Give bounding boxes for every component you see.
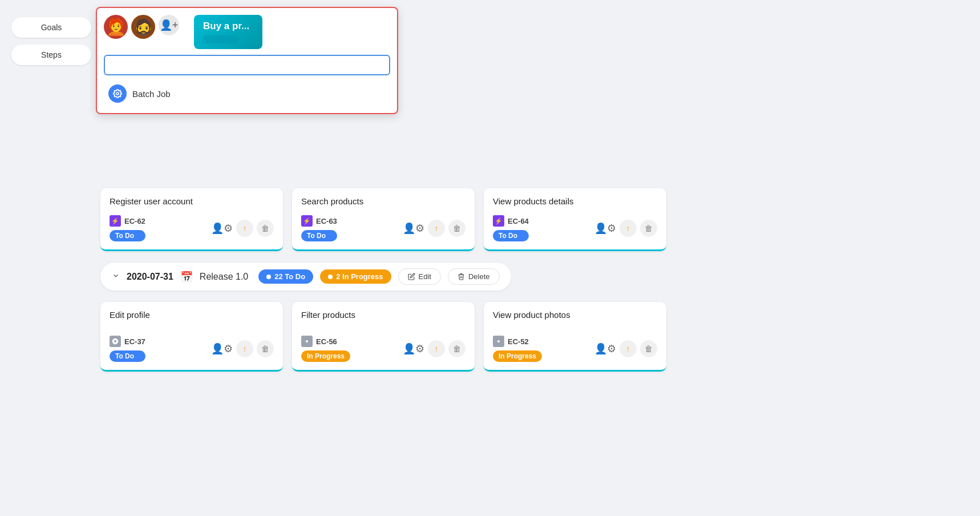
assign-icon-ec62: 👤⚙ (211, 222, 233, 235)
goals-button[interactable]: Goals (11, 17, 91, 38)
status-badge-ec56: In Progress (301, 350, 350, 362)
purple-issue-icon: ⚡ (110, 215, 121, 227)
story-card-ec52: View product photos EC-52 (484, 302, 666, 372)
todo-dot (266, 275, 271, 279)
priority-up-button-ec62[interactable]: ↑ (236, 220, 253, 237)
inprogress-badge: 2 In Progress (320, 269, 391, 284)
status-badge-ec52: In Progress (493, 350, 542, 362)
inprogress-dot (328, 275, 333, 279)
story-card-ec37: Edit profile EC-37 (100, 302, 283, 372)
card-title-ec64: View products details (493, 196, 657, 206)
status-badge-ec63: To Do (301, 230, 337, 241)
card-title-ec52: View product photos (493, 310, 657, 320)
assign-icon-ec52: 👤⚙ (594, 342, 616, 355)
steps-button[interactable]: Steps (11, 45, 91, 65)
card-title-ec62: Register user account (110, 196, 274, 206)
blue-card-preview: Buy a pr... (194, 15, 262, 49)
bottom-cards-row: Edit profile EC-37 (100, 302, 969, 372)
release-name: Release 1.0 (200, 272, 248, 282)
assign-icon-ec56: 👤⚙ (403, 342, 424, 355)
card-title-ec37: Edit profile (110, 310, 274, 320)
card-title-ec63: Search products (301, 196, 465, 206)
assign-icon-ec63: 👤⚙ (403, 222, 424, 235)
inprogress-count: 2 In Progress (336, 272, 383, 281)
priority-up-button-ec37[interactable]: ↑ (236, 340, 253, 357)
card-title-ec56: Filter products (301, 310, 465, 320)
story-card-ec63: Search products ⚡ EC-63 To Do 👤⚙ ↑ 🗑 (292, 188, 475, 251)
delete-button-ec56[interactable]: 🗑 (448, 340, 465, 357)
status-badge-ec62: To Do (110, 230, 145, 241)
todo-badge: 22 To Do (258, 269, 313, 284)
avatar-2[interactable]: 🧔 (131, 15, 155, 39)
issue-id-ec56: EC-56 (301, 336, 350, 347)
delete-button-ec64[interactable]: 🗑 (640, 220, 657, 237)
delete-label: Delete (468, 272, 490, 281)
avatar-1[interactable]: 🧑‍🦰 (104, 15, 128, 39)
priority-up-button-ec63[interactable]: ↑ (428, 220, 445, 237)
collapse-button[interactable] (112, 272, 120, 282)
issue-id-ec52: EC-52 (493, 336, 542, 347)
svg-point-2 (114, 340, 116, 342)
gray-issue-icon-3 (493, 336, 504, 347)
priority-up-button-ec64[interactable]: ↑ (619, 220, 637, 237)
gray-issue-icon-2 (301, 336, 313, 347)
story-card-ec64: View products details ⚡ EC-64 To Do 👤⚙ ↑… (484, 188, 666, 251)
content-area: 🧑‍🦰 🧔 👤+ Buy a pr... (100, 11, 969, 505)
delete-button-ec52[interactable]: 🗑 (640, 340, 657, 357)
gray-issue-icon-1 (110, 336, 121, 347)
sidebar: Goals Steps (11, 11, 91, 505)
blue-card-text: Buy a pr... (203, 21, 253, 32)
add-user-button[interactable]: 👤+ (159, 15, 179, 35)
issue-id-ec62: ⚡ EC-62 (110, 215, 145, 227)
overlay-avatars-row: 🧑‍🦰 🧔 👤+ Buy a pr... (104, 15, 390, 49)
edit-button[interactable]: Edit (398, 268, 441, 285)
add-user-icon: 👤+ (160, 19, 179, 31)
issue-id-ec37: EC-37 (110, 336, 145, 347)
edit-label: Edit (419, 272, 431, 281)
batch-job-item[interactable]: Batch Job (104, 81, 390, 106)
purple-issue-icon-3: ⚡ (493, 215, 504, 227)
priority-up-button-ec56[interactable]: ↑ (428, 340, 445, 357)
assign-user-dropdown: 🧑‍🦰 🧔 👤+ Buy a pr... (96, 7, 398, 114)
delete-button-ec63[interactable]: 🗑 (448, 220, 465, 237)
issue-id-ec63: ⚡ EC-63 (301, 215, 337, 227)
release-bar: 2020-07-31 📅 Release 1.0 22 To Do 2 In P… (100, 263, 511, 291)
search-input[interactable] (104, 55, 390, 75)
batch-job-icon (108, 84, 127, 103)
todo-count: 22 To Do (274, 272, 305, 281)
calendar-icon: 📅 (180, 271, 193, 283)
release-date: 2020-07-31 (127, 272, 173, 282)
purple-issue-icon-2: ⚡ (301, 215, 313, 227)
svg-point-4 (306, 340, 308, 342)
top-cards-row: Register user account ⚡ EC-62 To Do 👤⚙ ↑… (100, 188, 969, 251)
issue-id-ec64: ⚡ EC-64 (493, 215, 529, 227)
delete-release-button[interactable]: Delete (448, 268, 500, 285)
story-card-ec62: Register user account ⚡ EC-62 To Do 👤⚙ ↑… (100, 188, 283, 251)
assign-icon-ec37: 👤⚙ (211, 342, 233, 355)
batch-job-label: Batch Job (132, 89, 171, 99)
svg-point-6 (497, 340, 500, 342)
delete-button-ec62[interactable]: 🗑 (257, 220, 274, 237)
assign-icon-ec64: 👤⚙ (594, 222, 616, 235)
svg-point-0 (116, 92, 119, 95)
status-badge-ec64: To Do (493, 230, 529, 241)
priority-up-button-ec52[interactable]: ↑ (619, 340, 637, 357)
story-card-ec56: Filter products EC-56 (292, 302, 475, 372)
delete-button-ec37[interactable]: 🗑 (257, 340, 274, 357)
status-badge-ec37: To Do (110, 350, 145, 362)
